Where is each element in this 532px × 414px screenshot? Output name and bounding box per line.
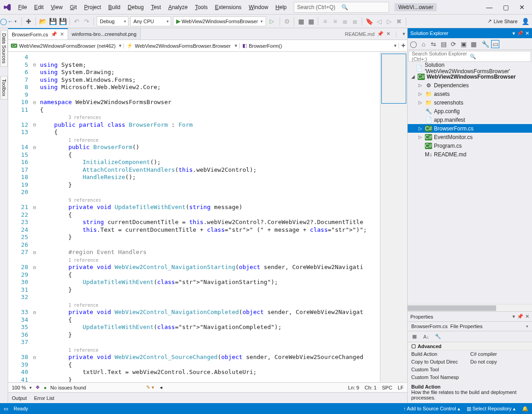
feedback-icon[interactable]: 👤 xyxy=(521,17,529,25)
sync-icon[interactable]: ⇆ xyxy=(429,40,438,48)
properties-section-advanced[interactable]: ▢Advanced xyxy=(408,342,532,350)
minimap[interactable] xyxy=(380,52,407,382)
live-share-button[interactable]: ↗Live Share xyxy=(486,16,519,26)
refresh-icon[interactable]: ⟳ xyxy=(449,40,458,48)
prop-value[interactable] xyxy=(467,366,532,374)
back-dropdown[interactable]: ▾ xyxy=(13,16,19,26)
outdent-icon[interactable]: ≡ xyxy=(331,17,339,25)
select-repository[interactable]: ▥ Select Repository ▴ xyxy=(467,406,516,412)
tree-item[interactable]: C#Program.cs xyxy=(408,141,532,150)
bookmark-next-icon[interactable]: ▷ xyxy=(385,17,393,25)
back-icon[interactable]: ◯ xyxy=(409,40,418,48)
prop-value[interactable]: C# compiler xyxy=(467,350,532,358)
close-panel-icon[interactable]: ✕ xyxy=(525,30,529,36)
menu-tools[interactable]: Tools xyxy=(191,2,211,12)
tab-overflow-icon[interactable]: ▾ xyxy=(403,31,405,37)
back-icon[interactable]: ◯← xyxy=(3,17,11,25)
save-all-icon[interactable]: 💾 xyxy=(59,17,67,25)
solution-explorer-hscroll[interactable] xyxy=(408,304,532,311)
prop-value[interactable] xyxy=(467,374,532,381)
nav-type-dropdown[interactable]: ⚡WebView2WindowsFormsBrowser.Browser xyxy=(124,43,240,49)
bookmark-icon[interactable]: 🔖 xyxy=(365,17,373,25)
tab-browserform[interactable]: BrowserForm.cs 📌 ✕ xyxy=(8,28,68,40)
health-indicator-icon[interactable]: ❖ xyxy=(35,384,40,390)
menu-git[interactable]: Git xyxy=(66,2,80,12)
menu-build[interactable]: Build xyxy=(105,2,124,12)
side-tab-toolbox[interactable]: Toolbox xyxy=(0,76,8,100)
menu-project[interactable]: Project xyxy=(80,2,104,12)
home-icon[interactable]: ⌂ xyxy=(419,40,428,48)
issues-label[interactable]: No issues found xyxy=(50,385,86,390)
minimap-viewport[interactable] xyxy=(381,54,406,104)
menu-analyze[interactable]: Analyze xyxy=(165,2,192,12)
undo-icon[interactable]: ↶ xyxy=(73,17,81,25)
prop-key[interactable]: Custom Tool Namesp xyxy=(408,374,467,381)
comment-icon[interactable]: ≣ xyxy=(341,17,349,25)
properties-object-selector[interactable]: BrowserForm.cs File Properties ▾ xyxy=(408,322,532,331)
tab-output[interactable]: Output xyxy=(12,395,27,401)
tree-project-node[interactable]: ◢C#WebView2WindowsFormsBrowser xyxy=(408,72,532,81)
tree-item[interactable]: M↓README.md xyxy=(408,150,532,159)
close-tab-icon[interactable]: ✕ xyxy=(386,31,390,37)
tree-item[interactable]: ▷📁assets xyxy=(408,90,532,98)
redo-icon[interactable]: ↷ xyxy=(83,17,91,25)
prop-key[interactable]: Custom Tool xyxy=(408,366,467,374)
eol-indicator[interactable]: LF xyxy=(398,385,404,390)
side-tab-data-sources[interactable]: Data Sources xyxy=(0,30,8,67)
tree-item[interactable]: ▷C#BrowserForm.cs xyxy=(408,124,532,133)
menu-file[interactable]: File xyxy=(15,2,30,12)
line-indicator[interactable]: Ln: 9 xyxy=(348,385,359,390)
hscroll-left-icon[interactable]: ◂ xyxy=(160,384,163,390)
open-folder-icon[interactable]: 📂 xyxy=(39,17,47,25)
tree-item[interactable]: ▷📁screenshots xyxy=(408,98,532,107)
char-indicator[interactable]: Ch: 1 xyxy=(365,385,376,390)
indent-icon[interactable]: ≡ xyxy=(321,17,329,25)
show-all-icon[interactable]: ▦ xyxy=(469,40,478,48)
pin-icon[interactable]: 📌 xyxy=(517,30,523,36)
code-editor[interactable]: using System;using System.Drawing;using … xyxy=(38,52,380,382)
tree-item[interactable]: 📄app.manifest xyxy=(408,115,532,124)
zoom-level[interactable]: 100 % xyxy=(12,385,26,390)
tab-readme[interactable]: README.md xyxy=(345,31,374,37)
pin-icon[interactable]: 📌 xyxy=(517,314,523,319)
pin-icon[interactable]: 📌 xyxy=(51,31,57,37)
tree-item[interactable]: ▷⚙Dependencies xyxy=(408,81,532,90)
pencil-icon[interactable]: ✎ ▾ xyxy=(146,384,154,390)
wrench-icon[interactable]: 🔧 xyxy=(434,333,442,341)
tool-icon-2[interactable]: ▦ xyxy=(297,17,305,25)
save-icon[interactable]: 💾 xyxy=(49,17,57,25)
add-to-source-control[interactable]: ↑ Add to Source Control ▴ xyxy=(403,406,460,412)
uncomment-icon[interactable]: ≣ xyxy=(351,17,359,25)
start-no-debug-button[interactable]: ▷ xyxy=(268,16,277,26)
pin-icon[interactable]: 📌 xyxy=(377,31,384,37)
start-button[interactable]: ▶WebView2WindowsFormsBrowser▾ xyxy=(173,16,266,26)
new-item-icon[interactable]: ✚ xyxy=(25,17,33,25)
tree-solution-node[interactable]: 📄Solution 'WebView2WindowsFormsBrowser' xyxy=(408,64,532,72)
minimize-button[interactable]: — xyxy=(481,1,498,14)
maximize-button[interactable]: ▢ xyxy=(498,1,514,14)
filter-icon[interactable]: ▤ xyxy=(439,40,448,48)
solution-explorer-search[interactable]: Search Solution Explorer (Ctrl+;)🔍 xyxy=(409,51,531,62)
collapse-icon[interactable]: ▣ xyxy=(459,40,468,48)
tool-icon-3[interactable]: ▦ xyxy=(307,17,315,25)
tree-item[interactable]: 🔧App.config xyxy=(408,107,532,115)
alphabetical-icon[interactable]: A↓ xyxy=(422,333,430,341)
prop-key[interactable]: Build Action xyxy=(408,350,467,358)
menu-debug[interactable]: Debug xyxy=(124,2,147,12)
categorized-icon[interactable]: ▦ xyxy=(410,333,419,341)
bookmark-clear-icon[interactable]: ✖ xyxy=(395,17,403,25)
menu-test[interactable]: Test xyxy=(148,2,165,12)
zoom-dropdown-icon[interactable]: ▾ xyxy=(30,385,32,390)
close-button[interactable]: ✕ xyxy=(514,1,530,14)
spaces-indicator[interactable]: SPC xyxy=(382,385,393,390)
prop-key[interactable]: Copy to Output Direc xyxy=(408,358,467,366)
nav-member-dropdown[interactable]: ◧BrowserForm() xyxy=(240,43,399,49)
menu-help[interactable]: Help xyxy=(272,2,291,12)
close-tab-icon[interactable]: ✕ xyxy=(60,31,64,37)
tab-error-list[interactable]: Error List xyxy=(34,395,54,401)
preview-icon[interactable]: ▭ xyxy=(491,40,499,48)
nav-project-dropdown[interactable]: C#WebView2WindowsFormsBrowser (net462) xyxy=(8,43,124,49)
panel-dropdown-icon[interactable]: ▾ xyxy=(512,30,515,36)
notifications-icon[interactable]: 🔔 xyxy=(522,406,528,412)
config-dropdown[interactable]: Debug xyxy=(97,16,128,26)
